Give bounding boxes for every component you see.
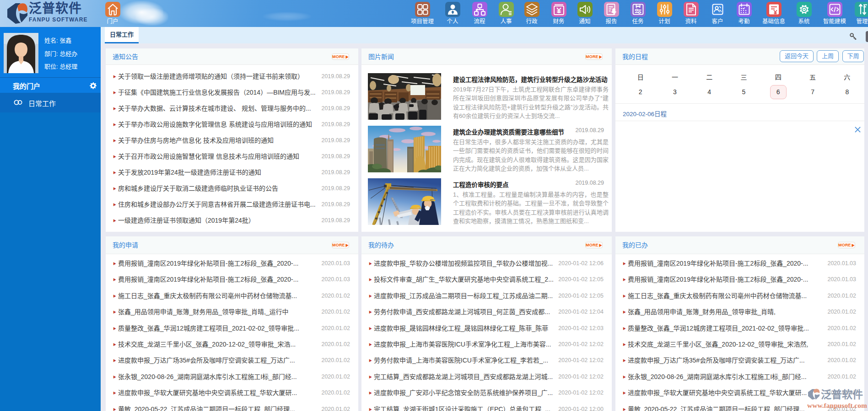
svg-text:泛普软件: 泛普软件 [821,389,863,400]
svg-text:www.fanpusoft.com: www.fanpusoft.com [807,401,867,409]
